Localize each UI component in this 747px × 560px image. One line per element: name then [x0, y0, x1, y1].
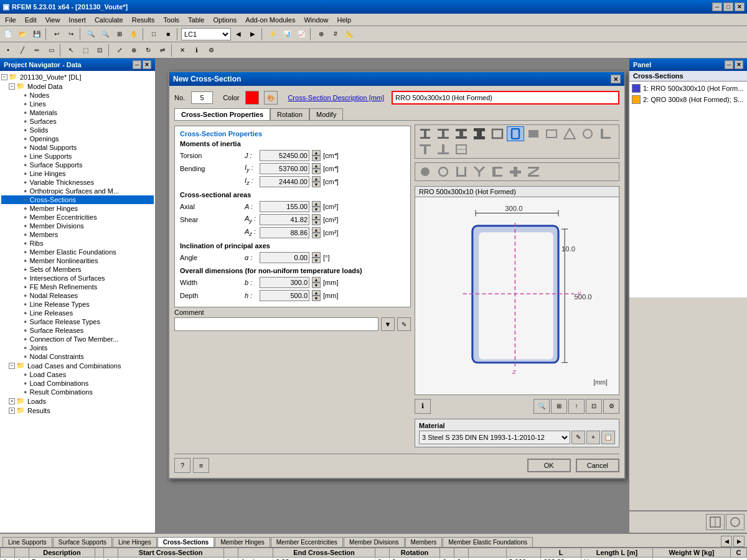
tree-item-lines[interactable]: ●Lines — [1, 100, 154, 108]
cs-plus-btn[interactable] — [507, 164, 524, 179]
tab-modify[interactable]: Modify — [309, 108, 343, 120]
menu-tools[interactable]: Tools — [159, 15, 183, 25]
cs-pipe-btn[interactable] — [435, 164, 452, 179]
calc3-btn[interactable]: 📈 — [294, 27, 308, 41]
maximize-btn[interactable]: □ — [723, 2, 733, 11]
render-btn[interactable]: □ — [147, 27, 161, 41]
cs-desc-input[interactable] — [392, 91, 619, 105]
tree-item-result-combinations[interactable]: ●Result Combinations — [1, 388, 154, 396]
tab-member-hinges[interactable]: Member Hinges — [215, 537, 270, 547]
expand-icon[interactable]: − — [1, 74, 7, 80]
cs-blank2-btn[interactable] — [561, 164, 578, 179]
pan-btn[interactable]: ✋ — [127, 27, 141, 41]
tree-item-surface-release-types[interactable]: ●Surface Release Types — [1, 317, 154, 326]
lc-next-btn[interactable]: ▶ — [246, 27, 260, 41]
surface-btn[interactable]: ▭ — [44, 44, 58, 57]
zoom-fit-btn[interactable]: ⊞ — [113, 27, 126, 41]
menu-addon[interactable]: Add-on Modules — [242, 15, 299, 25]
shear-ay-spinner[interactable]: ▲ ▼ — [312, 214, 321, 225]
tree-item-member-nonlinearities[interactable]: ●Member Nonlinearities — [1, 256, 154, 265]
material-add-btn[interactable]: + — [586, 431, 600, 444]
axial-down[interactable]: ▼ — [312, 207, 321, 212]
tree-item-intersections[interactable]: ●Intersections of Surfaces — [1, 274, 154, 282]
tab-member-eccentricities[interactable]: Member Eccentricities — [271, 537, 343, 547]
shear-ay-input[interactable] — [260, 214, 309, 225]
cs-qro-btn[interactable] — [489, 126, 506, 141]
calc2-btn[interactable]: 📊 — [280, 27, 294, 41]
angle-down[interactable]: ▼ — [312, 258, 321, 263]
tree-item-results[interactable]: +📁Results — [1, 406, 154, 415]
cs-settings-btn[interactable]: ⚙ — [603, 399, 619, 414]
cs-zoom-btn[interactable]: 🔍 — [533, 399, 550, 414]
select-btn[interactable]: ↖ — [64, 44, 78, 57]
calc-btn[interactable]: ⚡ — [266, 27, 280, 41]
minimize-btn[interactable]: ─ — [712, 2, 722, 11]
shear-ay-down[interactable]: ▼ — [312, 220, 321, 225]
cs-rro-btn[interactable] — [507, 126, 524, 141]
menu-file[interactable]: File — [1, 15, 20, 25]
cs-hem-btn[interactable] — [471, 126, 488, 141]
right-tool-1[interactable] — [706, 514, 725, 530]
depth-spinner[interactable]: ▲ ▼ — [312, 290, 321, 301]
material-edit-btn[interactable]: ✎ — [571, 431, 585, 444]
tab-nav-left[interactable]: ◀ — [721, 536, 732, 547]
tree-item-model-data[interactable]: −📁Model Data — [1, 82, 154, 91]
table-row[interactable]: 1 1 Beam 1 1 Angle 0.00 0 0 0 0 5.000 60… — [1, 558, 747, 561]
tab-surface-supports[interactable]: Surface Supports — [53, 537, 112, 547]
material-select[interactable]: 3 Steel S 235 DIN EN 1993-1-1:2010-12 — [419, 431, 570, 444]
expand-icon[interactable]: + — [9, 408, 15, 414]
tab-line-supports[interactable]: Line Supports — [2, 537, 52, 547]
tree-item-nodes[interactable]: ●Nodes — [1, 91, 154, 100]
menu-help[interactable]: Help — [334, 15, 355, 25]
copy-btn[interactable]: ⊕ — [127, 44, 141, 57]
select2-btn[interactable]: ⬚ — [78, 44, 92, 57]
torsion-up[interactable]: ▲ — [312, 150, 321, 156]
width-spinner[interactable]: ▲ ▼ — [312, 277, 321, 288]
lc-prev-btn[interactable]: ◀ — [232, 27, 245, 41]
help-btn[interactable]: ? — [174, 458, 190, 473]
cs-copy-btn[interactable]: ⊡ — [586, 399, 602, 414]
cs-blank-btn[interactable] — [543, 164, 560, 179]
lc-combo[interactable]: LC1 — [181, 28, 231, 40]
right-tool-2[interactable] — [726, 514, 745, 530]
width-down[interactable]: ▼ — [312, 282, 321, 288]
width-up[interactable]: ▲ — [312, 277, 321, 282]
bending-iy-up[interactable]: ▲ — [312, 163, 321, 169]
shear-az-spinner[interactable]: ▲ ▼ — [312, 227, 321, 238]
tree-item-member-divisions[interactable]: ●Member Divisions — [1, 222, 154, 230]
cs-item-1[interactable]: 1: RRO 500x300x10 (Hot Form... — [631, 83, 746, 94]
torsion-input[interactable] — [260, 150, 309, 161]
snap-btn[interactable]: ⊕ — [314, 27, 328, 41]
tree-item-sets-of-members[interactable]: ●Sets of Members — [1, 265, 154, 274]
tab-member-divisions[interactable]: Member Divisions — [344, 537, 404, 547]
depth-input[interactable] — [260, 290, 309, 301]
undo-btn[interactable]: ↩ — [50, 27, 63, 41]
zoom-in-btn[interactable]: 🔍 — [84, 27, 98, 41]
tab-cross-sections[interactable]: Cross-Sections — [157, 537, 214, 547]
info-btn[interactable]: ℹ — [190, 44, 204, 57]
shear-az-up[interactable]: ▲ — [312, 227, 321, 233]
cs-rec2-btn[interactable] — [543, 126, 560, 141]
cs-y-btn[interactable] — [471, 164, 488, 179]
tab-nav-right[interactable]: ▶ — [733, 536, 745, 547]
delete-btn[interactable]: ✕ — [176, 44, 189, 57]
menu-window[interactable]: Window — [300, 15, 332, 25]
cs-item-2[interactable]: 2: QRO 300x8 (Hot Formed); S... — [631, 94, 746, 105]
cs-other-btn[interactable] — [561, 126, 578, 141]
tree-item-member-elastic[interactable]: ●Member Elastic Foundations — [1, 248, 154, 256]
member-btn[interactable]: ═ — [30, 44, 44, 57]
tree-item-orthotropic[interactable]: ●Orthotropic Surfaces and M... — [1, 187, 154, 195]
comment-input[interactable] — [174, 317, 378, 331]
cs-ts-btn[interactable] — [435, 142, 452, 157]
render2-btn[interactable]: ■ — [161, 27, 175, 41]
tree-item-surface-releases[interactable]: ●Surface Releases — [1, 326, 154, 335]
tab-members[interactable]: Members — [405, 537, 443, 547]
tree-item-load-cases[interactable]: −📁Load Cases and Combinations — [1, 361, 154, 370]
angle-input[interactable] — [260, 252, 309, 263]
tree-item-joints[interactable]: ●Joints — [1, 343, 154, 352]
expand-icon[interactable]: − — [9, 363, 15, 369]
right-close-btn[interactable]: ✕ — [735, 60, 743, 69]
cs-print-btn[interactable]: ⊞ — [551, 399, 567, 414]
bending-iz-up[interactable]: ▲ — [312, 176, 321, 182]
cs-u-btn[interactable] — [453, 164, 470, 179]
